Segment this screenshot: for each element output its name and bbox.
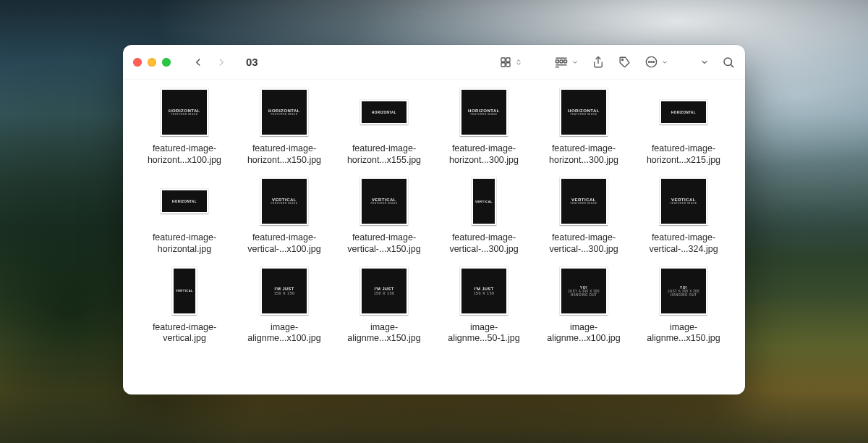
file-name-label[interactable]: featured-image-horizontal.jpg xyxy=(153,232,216,255)
file-item[interactable]: I'M JUST150 X 150image-alignme...x100.jp… xyxy=(240,264,328,345)
file-name-label[interactable]: featured-image-vertical-...324.jpg xyxy=(649,232,718,255)
file-name-label[interactable]: featured-image-vertical-...300.jpg xyxy=(549,232,618,255)
thumbnail-frame: HORIZONTALFEATURED IMAGE xyxy=(557,85,610,139)
file-name-label[interactable]: featured-image-horizont...300.jpg xyxy=(549,143,618,166)
back-button[interactable] xyxy=(188,53,208,72)
file-name-label[interactable]: featured-image-vertical.jpg xyxy=(153,322,216,345)
file-item[interactable]: HORIZONTALFEATURED IMAGEfeatured-image-h… xyxy=(440,85,528,166)
file-item[interactable]: HORIZONTALfeatured-image-horizont...x215… xyxy=(639,85,728,166)
file-name-label[interactable]: image-alignme...50-1.jpg xyxy=(448,322,519,345)
file-name-label[interactable]: featured-image-horizont...300.jpg xyxy=(449,143,519,166)
thumbnail: HORIZONTALFEATURED IMAGE xyxy=(560,88,608,136)
svg-point-12 xyxy=(649,62,650,63)
file-item[interactable]: HORIZONTALFEATURED IMAGEfeatured-image-h… xyxy=(240,85,328,166)
share-button[interactable] xyxy=(592,53,605,72)
thumbnail: I'M JUST150 X 150 xyxy=(360,267,408,315)
file-name-label[interactable]: featured-image-vertical-...300.jpg xyxy=(449,232,518,255)
search-icon xyxy=(722,56,735,69)
toolbar-right xyxy=(499,53,735,72)
file-item[interactable]: VERTICALfeatured-image-vertical.jpg xyxy=(140,264,229,345)
file-name-label[interactable]: image-alignme...x150.jpg xyxy=(347,322,420,345)
file-name-line2: alignme...x150.jpg xyxy=(347,333,420,345)
chevron-left-icon xyxy=(193,57,203,67)
file-item[interactable]: YO!JUST A 300 X 200HANGING OUTimage-alig… xyxy=(540,264,628,345)
share-icon xyxy=(592,55,605,69)
edit-tags-button[interactable] xyxy=(618,53,631,72)
thumbnail-frame: VERTICAL xyxy=(457,174,511,228)
file-name-line2: horizont...x150.jpg xyxy=(247,155,321,166)
file-item[interactable]: I'M JUST150 X 150image-alignme...x150.jp… xyxy=(340,264,428,345)
file-name-label[interactable]: image-alignme...x150.jpg xyxy=(647,322,720,345)
svg-rect-0 xyxy=(501,58,505,62)
finder-window: 03 xyxy=(123,45,745,395)
file-name-line2: vertical.jpg xyxy=(153,333,216,345)
file-item[interactable]: I'M JUST150 X 150image-alignme...50-1.jp… xyxy=(440,264,528,345)
file-name-line1: featured-image- xyxy=(449,232,518,244)
thumbnail-frame: VERTICALFEATURED IMAGE xyxy=(557,174,610,228)
zoom-window-button[interactable] xyxy=(162,58,171,67)
window-controls xyxy=(133,58,171,67)
close-window-button[interactable] xyxy=(133,58,142,67)
file-name-label[interactable]: featured-image-horizont...x100.jpg xyxy=(148,143,221,166)
file-name-line2: vertical-...324.jpg xyxy=(649,244,718,256)
file-item[interactable]: HORIZONTALFEATURED IMAGEfeatured-image-h… xyxy=(540,85,628,166)
file-item[interactable]: HORIZONTALfeatured-image-horizont...x155… xyxy=(340,85,428,166)
chevron-down-icon xyxy=(661,59,668,66)
thumbnail: VERTICAL xyxy=(472,177,496,225)
thumbnail-frame: HORIZONTALFEATURED IMAGE xyxy=(258,85,311,139)
thumbnail-text-line2: FEATURED IMAGE xyxy=(271,113,298,116)
file-name-line1: featured-image- xyxy=(449,143,519,155)
file-name-line2: horizont...x100.jpg xyxy=(148,155,221,166)
file-name-line2: horizont...300.jpg xyxy=(449,155,519,166)
file-name-label[interactable]: image-alignme...x100.jpg xyxy=(547,322,620,345)
file-name-line2: alignme...50-1.jpg xyxy=(448,333,519,345)
svg-rect-2 xyxy=(501,62,505,66)
thumbnail-frame: VERTICALFEATURED IMAGE xyxy=(357,174,411,228)
thumbnail: VERTICAL xyxy=(172,267,197,315)
grid-view-icon xyxy=(499,56,512,69)
file-name-label[interactable]: featured-image-vertical-...x150.jpg xyxy=(347,232,420,255)
file-name-line1: image- xyxy=(547,322,620,334)
group-by-icon xyxy=(554,56,569,69)
thumbnail-text-line2: FEATURED IMAGE xyxy=(371,202,398,205)
thumbnail-text-line3: HANGING OUT xyxy=(671,293,697,297)
view-as-icons-button[interactable] xyxy=(499,53,522,72)
svg-point-13 xyxy=(651,62,652,63)
file-item[interactable]: VERTICALfeatured-image-vertical-...300.j… xyxy=(440,174,528,255)
thumbnail-frame: HORIZONTALFEATURED IMAGE xyxy=(158,85,211,139)
file-name-line1: featured-image- xyxy=(247,143,321,155)
file-name-line1: featured-image- xyxy=(549,143,618,155)
thumbnail: HORIZONTALFEATURED IMAGE xyxy=(460,88,508,136)
file-name-line2: vertical-...x100.jpg xyxy=(247,244,320,256)
file-name-label[interactable]: featured-image-horizont...x215.jpg xyxy=(647,143,720,166)
file-name-label[interactable]: featured-image-horizont...x150.jpg xyxy=(247,143,321,166)
window-title: 03 xyxy=(246,56,258,68)
file-item[interactable]: VERTICALFEATURED IMAGEfeatured-image-ver… xyxy=(240,174,328,255)
file-item[interactable]: VERTICALFEATURED IMAGEfeatured-image-ver… xyxy=(540,174,628,255)
search-button[interactable] xyxy=(722,53,735,72)
file-name-label[interactable]: image-alignme...x100.jpg xyxy=(247,322,320,345)
file-name-label[interactable]: featured-image-horizont...x155.jpg xyxy=(347,143,421,166)
thumbnail-text-line1: VERTICAL xyxy=(475,200,493,203)
svg-line-16 xyxy=(731,64,733,67)
file-name-label[interactable]: featured-image-vertical-...x100.jpg xyxy=(247,232,320,255)
more-actions-button[interactable] xyxy=(644,53,668,72)
file-item[interactable]: YO!JUST A 300 X 200HANGING OUTimage-alig… xyxy=(639,264,728,345)
thumbnail: VERTICALFEATURED IMAGE xyxy=(660,177,707,225)
group-by-button[interactable] xyxy=(554,53,579,72)
forward-button[interactable] xyxy=(211,53,231,72)
thumbnail: HORIZONTALFEATURED IMAGE xyxy=(161,88,208,136)
thumbnail-text-line2: 150 X 150 xyxy=(274,291,295,295)
icon-grid-area[interactable]: HORIZONTALFEATURED IMAGEfeatured-image-h… xyxy=(123,80,745,395)
toolbar-overflow-button[interactable] xyxy=(700,53,709,72)
minimize-window-button[interactable] xyxy=(148,58,156,67)
file-item[interactable]: VERTICALFEATURED IMAGEfeatured-image-ver… xyxy=(340,174,428,255)
thumbnail: HORIZONTAL xyxy=(161,189,208,214)
file-name-line2: vertical-...300.jpg xyxy=(549,244,618,256)
file-item[interactable]: VERTICALFEATURED IMAGEfeatured-image-ver… xyxy=(639,174,728,255)
file-item[interactable]: HORIZONTALfeatured-image-horizontal.jpg xyxy=(140,174,229,255)
file-name-line1: image- xyxy=(347,322,420,334)
file-name-line2: vertical-...x150.jpg xyxy=(347,244,420,256)
file-item[interactable]: HORIZONTALFEATURED IMAGEfeatured-image-h… xyxy=(140,85,229,166)
thumbnail-text-line2: FEATURED IMAGE xyxy=(571,113,597,116)
